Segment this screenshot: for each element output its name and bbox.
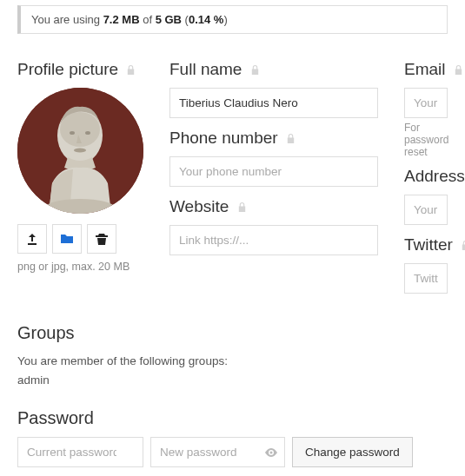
groups-heading: Groups [17,323,448,343]
lock-icon [126,64,136,76]
avatar-hint: png or jpg, max. 20 MB [17,261,143,273]
phone-label: Phone number [169,129,378,148]
storage-prefix: You are using [31,13,103,26]
address-label: Address [404,167,448,186]
avatar-actions [17,224,143,254]
password-heading: Password [17,408,448,428]
storage-used: 7.2 MB [103,13,140,26]
eye-icon[interactable] [264,446,278,459]
email-input[interactable] [404,88,448,118]
lock-icon [237,202,247,213]
change-password-button[interactable]: Change password [292,437,413,467]
trash-icon [95,232,109,246]
password-section: Password Change password [17,408,448,467]
storage-pct: 0.14 % [189,13,223,26]
browse-avatar-button[interactable] [52,224,82,254]
website-label: Website [169,197,378,216]
svg-point-4 [85,131,90,135]
address-input[interactable] [404,195,448,225]
groups-section: Groups You are member of the following g… [17,323,448,389]
avatar-image [17,88,143,214]
current-password-input[interactable] [17,437,143,467]
full-name-input[interactable] [169,88,378,118]
lock-icon [461,240,465,251]
phone-input[interactable] [169,156,378,187]
avatar[interactable] [17,88,143,214]
svg-point-5 [74,149,86,153]
groups-intro: You are member of the following groups: [17,352,448,371]
twitter-label: Twitter [404,235,448,255]
storage-mid: of [140,13,156,26]
website-input[interactable] [169,225,378,255]
folder-icon [60,232,74,246]
groups-list: admin [17,371,448,390]
twitter-input[interactable] [404,263,448,294]
upload-avatar-button[interactable] [17,224,47,254]
lock-icon [286,133,296,144]
lock-icon [250,64,260,76]
upload-icon [25,232,39,246]
storage-usage-bar: You are using 7.2 MB of 5 GB (0.14 %) [17,5,448,34]
lock-icon [454,64,463,76]
full-name-label: Full name [169,60,378,79]
email-label: Email [404,60,448,79]
profile-picture-label: Profile picture [17,60,143,79]
delete-avatar-button[interactable] [87,224,116,254]
storage-total: 5 GB [156,13,182,26]
email-hint: For password reset [404,122,448,158]
svg-point-3 [70,131,75,135]
